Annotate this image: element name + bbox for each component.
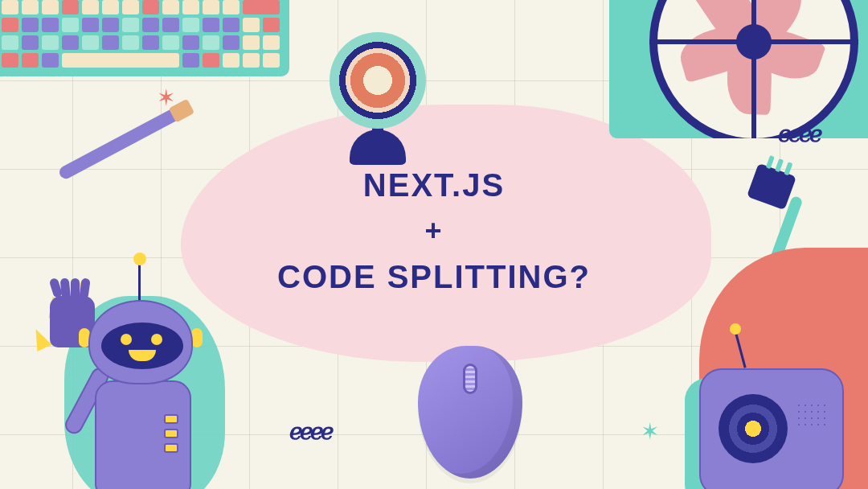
webcam-icon xyxy=(326,32,430,165)
keyboard-icon xyxy=(0,0,289,76)
title-line-2: Code Splitting? xyxy=(277,259,591,294)
fan-icon xyxy=(609,0,868,138)
camera-robot-icon xyxy=(699,368,844,489)
title-line-1: Next.js xyxy=(363,167,505,203)
star-doodle-icon: ✶ xyxy=(641,418,659,445)
page-title: Next.js + Code Splitting? xyxy=(0,161,868,301)
star-doodle-icon: ✶ xyxy=(157,84,175,111)
squiggle-doodle-icon: ℯℯℯℯ xyxy=(289,418,331,445)
title-plus: + xyxy=(0,209,868,253)
squiggle-doodle-icon: ℯℯℯℯ xyxy=(778,121,820,147)
